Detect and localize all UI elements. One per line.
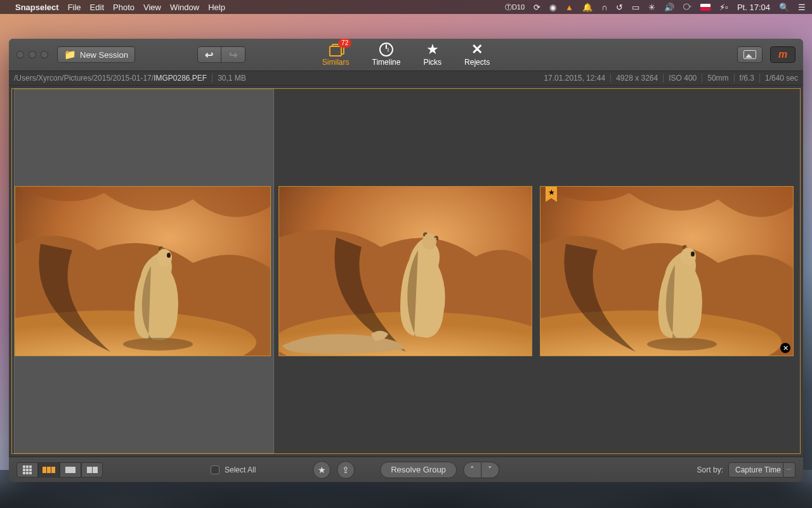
view-switcher <box>16 462 103 478</box>
menuextra-volume-icon[interactable]: 🔊 <box>664 3 674 12</box>
row-icon <box>43 467 55 473</box>
menu-window[interactable]: Window <box>170 3 199 12</box>
view-grid-button[interactable] <box>16 462 38 478</box>
thumbnail-slot[interactable] <box>14 89 274 453</box>
menuextra-td-icon[interactable]: ⓉD10 <box>505 3 525 12</box>
share-icon: ⇪ <box>342 465 350 475</box>
menuextra-headphones-icon[interactable]: ∩ <box>601 3 607 12</box>
infobar: /Users/Xyrcon/Pictures/2015/2015-01-17/I… <box>9 70 803 86</box>
shutter-speed: 1/640 sec <box>765 74 798 83</box>
thumbnail-slot[interactable]: ★ ✕ <box>539 89 797 453</box>
menu-photo[interactable]: Photo <box>113 3 134 12</box>
nav-back-button[interactable]: ↩ <box>197 46 221 63</box>
aperture: f/6.3 <box>740 74 754 83</box>
star-icon: ★ <box>426 43 440 57</box>
file-path: /Users/Xyrcon/Pictures/2015/2015-01-17/I… <box>14 74 207 83</box>
menuextra-bluetooth-icon[interactable]: ✳︎ <box>648 3 655 12</box>
view-single-button[interactable] <box>60 462 81 478</box>
mac-menubar: Snapselect File Edit Photo View Window H… <box>0 0 812 14</box>
select-all-label: Select All <box>225 465 256 474</box>
arrow-forward-icon: ↪ <box>229 49 237 61</box>
svg-point-3 <box>167 253 171 258</box>
thumbnail-strip: ★ ✕ <box>11 88 801 454</box>
svg-point-12 <box>647 338 717 351</box>
similars-icon: 72 <box>329 43 343 57</box>
image-dimensions: 4928 x 3264 <box>616 74 658 83</box>
menuextra-timemachine-icon[interactable]: ↺ <box>616 3 623 12</box>
window-minimize-button[interactable] <box>29 51 36 58</box>
svg-point-2 <box>157 249 172 267</box>
chevron-down-icon: ˅ <box>488 465 492 474</box>
mode-similars-label: Similars <box>322 58 350 67</box>
thumbnail-image <box>15 186 271 356</box>
svg-point-4 <box>123 338 193 351</box>
star-icon: ★ <box>318 465 326 475</box>
grid-icon <box>23 465 32 474</box>
folder-plus-icon: 📁 <box>64 49 76 60</box>
sort-by-select[interactable]: Capture Time ﹀ <box>728 462 796 478</box>
macphun-button[interactable]: m <box>770 46 796 63</box>
mode-timeline-label: Timeline <box>372 58 401 67</box>
share-button[interactable]: ⇪ <box>337 461 355 479</box>
svg-point-11 <box>691 251 695 257</box>
menuextra-input-flag-icon[interactable] <box>700 4 710 11</box>
file-size: 30,1 MB <box>218 74 246 83</box>
menu-view[interactable]: View <box>143 3 161 12</box>
app-menu[interactable]: Snapselect <box>15 3 59 12</box>
menuextra-battery-icon[interactable]: ⚡︎▫︎ <box>719 3 728 12</box>
image-icon <box>743 50 756 59</box>
compare-icon <box>87 467 98 473</box>
menu-edit[interactable]: Edit <box>90 3 104 12</box>
view-row-button[interactable] <box>38 462 60 478</box>
app-window: 📁 New Session ↩ ↪ 72 Similars Timeline ★… <box>9 39 803 482</box>
sort-by-value: Capture Time <box>735 465 781 474</box>
clock-icon <box>379 43 393 57</box>
menu-file[interactable]: File <box>68 3 81 12</box>
mode-picks-label: Picks <box>423 58 442 67</box>
focal-length: 50mm <box>707 74 728 83</box>
titlebar: 📁 New Session ↩ ↪ 72 Similars Timeline ★… <box>9 39 803 70</box>
resolve-group-button[interactable]: Resolve Group <box>380 462 457 478</box>
chevron-down-icon: ﹀ <box>786 465 792 474</box>
window-controls <box>16 51 48 58</box>
mode-rejects[interactable]: ✕ Rejects <box>464 43 490 67</box>
mode-timeline[interactable]: Timeline <box>372 43 401 67</box>
menuextra-notifications-icon[interactable]: 🔔 <box>582 3 593 12</box>
capture-datetime: 17.01.2015, 12:44 <box>544 74 605 83</box>
reject-badge-icon: ✕ <box>780 343 790 353</box>
thumbnail-slot[interactable] <box>278 89 535 453</box>
menu-help[interactable]: Help <box>208 3 225 12</box>
thumbnail-image: ★ ✕ <box>540 186 794 356</box>
sort-by-label: Sort by: <box>697 465 723 474</box>
pick-button[interactable]: ★ <box>313 461 331 479</box>
window-close-button[interactable] <box>16 51 24 58</box>
menuextra-display-icon[interactable]: ▭ <box>632 3 639 12</box>
select-all-checkbox[interactable] <box>211 465 219 474</box>
new-session-label: New Session <box>80 50 128 60</box>
mode-picks[interactable]: ★ Picks <box>423 43 442 67</box>
next-group-button[interactable]: ˅ <box>481 462 499 478</box>
new-session-button[interactable]: 📁 New Session <box>57 46 135 63</box>
prev-group-button[interactable]: ˄ <box>463 462 481 478</box>
svg-point-10 <box>681 248 696 265</box>
thumbnail-image <box>278 186 532 356</box>
view-compare-button[interactable] <box>81 462 103 478</box>
arrow-back-icon: ↩ <box>205 49 213 61</box>
nav-forward-button[interactable]: ↪ <box>221 46 246 63</box>
similars-badge: 72 <box>338 39 351 48</box>
macphun-icon: m <box>778 49 787 60</box>
menuextra-clock[interactable]: Pt. 17:04 <box>737 3 770 12</box>
canvas: ★ ✕ <box>9 86 803 457</box>
preview-toggle-button[interactable] <box>737 46 763 63</box>
mode-similars[interactable]: 72 Similars <box>322 43 350 67</box>
menuextra-wifi-icon[interactable]: ⧂ <box>683 2 691 12</box>
iso-value: ISO 400 <box>669 74 697 83</box>
window-zoom-button[interactable] <box>41 51 48 58</box>
menuextra-notification-center-icon[interactable]: ☰ <box>798 3 806 12</box>
single-icon <box>65 467 75 473</box>
menuextra-spotlight-icon[interactable]: 🔍 <box>779 3 789 12</box>
menuextra-bell-icon[interactable]: ▲ <box>565 3 573 12</box>
mode-rejects-label: Rejects <box>464 58 490 67</box>
menuextra-sync-icon[interactable]: ⟳ <box>534 3 540 12</box>
menuextra-cc-icon[interactable]: ◉ <box>549 3 556 12</box>
